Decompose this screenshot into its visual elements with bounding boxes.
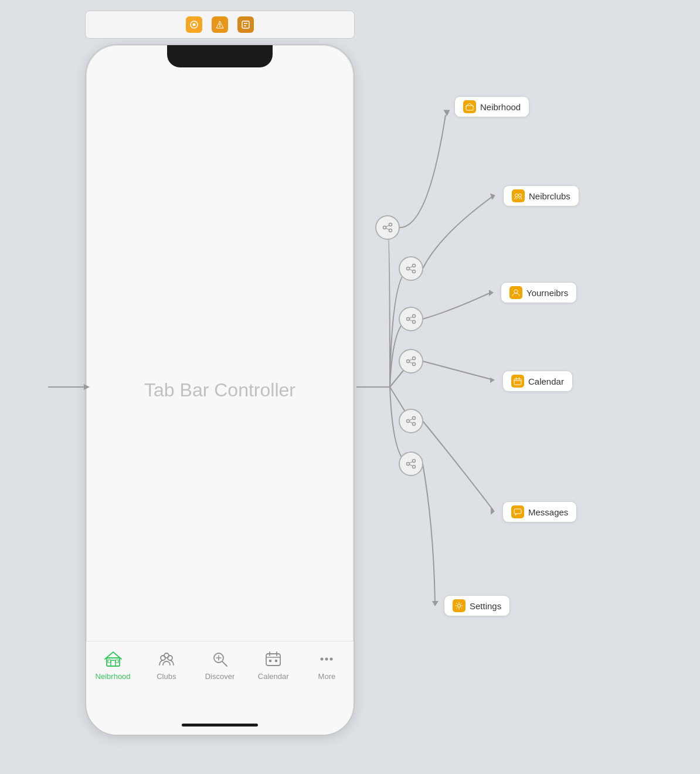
tab-more[interactable]: More	[300, 649, 354, 681]
nav-node-3[interactable]	[399, 307, 423, 331]
svg-point-39	[389, 229, 392, 232]
dest-neibrclubs[interactable]: Neibrclubs	[503, 185, 579, 206]
svg-marker-36	[432, 601, 439, 606]
svg-point-52	[407, 360, 410, 363]
discover-tab-icon	[209, 649, 230, 670]
svg-line-51	[409, 320, 413, 321]
iphone-device: Tab Bar Controller Neibrhood	[85, 44, 355, 736]
svg-line-40	[386, 225, 389, 227]
settings-dest-icon	[453, 599, 465, 612]
nav-node-2[interactable]	[399, 256, 423, 281]
svg-point-54	[413, 363, 416, 366]
svg-point-1	[193, 23, 196, 26]
dest-messages[interactable]: Messages	[502, 501, 577, 522]
svg-point-27	[330, 658, 333, 661]
svg-point-64	[413, 466, 416, 469]
svg-rect-8	[107, 658, 120, 666]
svg-line-50	[409, 317, 413, 318]
svg-point-48	[413, 315, 416, 318]
svg-rect-71	[514, 379, 521, 385]
dest-calendar[interactable]: Calendar	[502, 371, 573, 392]
iphone-notch	[167, 45, 273, 67]
neibrhood-dest-icon	[463, 100, 476, 113]
svg-line-56	[409, 362, 413, 364]
svg-point-43	[413, 264, 416, 267]
toolbar-icon-1[interactable]	[186, 16, 202, 33]
svg-point-70	[514, 290, 518, 293]
svg-rect-24	[275, 660, 277, 662]
svg-point-44	[413, 270, 416, 273]
svg-line-60	[409, 419, 413, 420]
tab-calendar[interactable]: Calendar	[247, 649, 300, 681]
svg-line-61	[409, 422, 413, 423]
svg-rect-75	[514, 509, 521, 514]
yourneibrs-dest-label: Yourneibrs	[526, 288, 568, 298]
svg-point-57	[407, 420, 410, 423]
svg-line-46	[409, 269, 413, 271]
svg-point-69	[519, 194, 522, 197]
svg-marker-35	[491, 508, 495, 515]
clubs-tab-icon	[156, 649, 177, 670]
yourneibrs-dest-icon	[509, 286, 522, 299]
svg-marker-31	[443, 109, 450, 116]
toolbar-icon-3[interactable]	[237, 16, 254, 33]
svg-point-14	[164, 653, 169, 658]
svg-line-45	[409, 266, 413, 268]
discover-tab-label: Discover	[205, 672, 235, 681]
nav-node-1[interactable]	[375, 215, 400, 240]
svg-point-49	[413, 321, 416, 324]
svg-point-63	[413, 460, 416, 463]
svg-point-3	[219, 26, 220, 27]
nav-node-5[interactable]	[399, 409, 423, 433]
xcode-toolbar	[85, 11, 355, 39]
svg-rect-19	[266, 654, 280, 666]
svg-marker-34	[490, 378, 495, 383]
svg-point-42	[407, 267, 410, 270]
calendar-dest-icon	[511, 375, 524, 388]
neibrclubs-dest-label: Neibrclubs	[529, 191, 570, 201]
svg-point-26	[325, 658, 328, 661]
svg-rect-9	[111, 660, 115, 666]
calendar-tab-label: Calendar	[258, 672, 289, 681]
dest-neibrhood[interactable]: Neibrhood	[454, 96, 529, 117]
more-tab-label: More	[318, 672, 336, 681]
svg-line-41	[386, 228, 389, 230]
svg-line-16	[222, 661, 227, 666]
toolbar-icon-2[interactable]	[212, 16, 228, 33]
svg-line-65	[409, 461, 413, 463]
tab-discover[interactable]: Discover	[193, 649, 246, 681]
svg-point-59	[413, 423, 416, 426]
tab-bar-controller-label: Tab Bar Controller	[144, 379, 295, 401]
svg-rect-23	[269, 660, 271, 662]
svg-point-68	[515, 194, 518, 197]
dest-settings[interactable]: Settings	[444, 595, 510, 616]
messages-dest-label: Messages	[528, 507, 568, 517]
svg-point-47	[407, 318, 410, 321]
svg-point-53	[413, 357, 416, 360]
svg-point-58	[413, 417, 416, 420]
messages-dest-icon	[511, 505, 524, 518]
tab-neibrhood[interactable]: Neibrhood	[86, 649, 140, 681]
svg-rect-67	[466, 106, 473, 110]
svg-point-25	[321, 658, 324, 661]
neibrhood-tab-label: Neibrhood	[96, 672, 131, 681]
nav-node-4[interactable]	[399, 349, 423, 374]
svg-point-76	[458, 605, 461, 607]
svg-line-55	[409, 359, 413, 361]
svg-marker-33	[489, 290, 494, 296]
svg-rect-5	[242, 21, 249, 28]
svg-point-62	[407, 463, 410, 466]
svg-point-37	[383, 226, 386, 229]
settings-dest-label: Settings	[470, 601, 501, 611]
nav-node-6[interactable]	[399, 451, 423, 476]
more-tab-icon	[316, 649, 337, 670]
dest-yourneibrs[interactable]: Yourneibrs	[501, 282, 577, 303]
neibrclubs-dest-icon	[512, 189, 525, 202]
tab-clubs[interactable]: Clubs	[140, 649, 193, 681]
tab-bar: Neibrhood Clubs	[86, 641, 354, 735]
neibrhood-tab-icon	[103, 649, 124, 670]
calendar-tab-icon	[263, 649, 284, 670]
svg-point-38	[389, 223, 392, 226]
clubs-tab-label: Clubs	[157, 672, 176, 681]
svg-marker-32	[490, 192, 497, 200]
